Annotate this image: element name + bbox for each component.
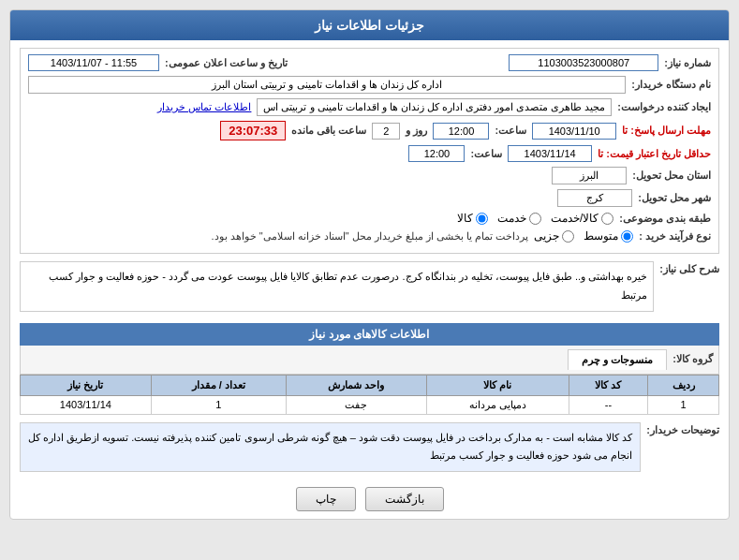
ijad-value: مجید طاهری متصدی امور دفتری اداره کل زند… — [257, 98, 612, 116]
tozih-section: توضیحات خریدار: کد کالا مشابه است - به م… — [20, 422, 719, 480]
jadval-saat-label: ساعت: — [470, 148, 502, 160]
button-row: بازگشت چاپ — [20, 487, 719, 511]
col-kod: کد کالا — [569, 375, 647, 395]
ostan-label: استان محل تحویل: — [632, 169, 711, 182]
table-row: 1--دمپایی مردانهجفت11403/11/14 — [21, 395, 719, 414]
dastgah-label: نام دستگاه خریدار: — [631, 79, 711, 91]
page-title: جزئیات اطلاعات نیاز — [315, 18, 424, 33]
mohlet-date: 1403/11/10 — [532, 123, 616, 140]
tabaqe-label-khadamat: خدمت — [497, 212, 526, 225]
kala-section: اطلاعات کالاهای مورد نیاز گروه کالا: منس… — [20, 323, 719, 415]
mohlet-remaining-label: ساعت باقی مانده — [291, 125, 366, 137]
noee-radio-group: متوسط جزیی — [534, 229, 633, 243]
main-container: جزئیات اطلاعات نیاز شماره نیاز: 11030035… — [9, 9, 730, 520]
tozih-value: کد کالا مشابه است - به مدارک برداخت در ف… — [20, 422, 641, 473]
info-section: شماره نیاز: 1103003523000807 تاریخ و ساع… — [20, 48, 719, 254]
row-ijad: ایجاد کننده درخواست: مجید طاهری متصدی ام… — [28, 98, 711, 116]
back-button[interactable]: بازگشت — [365, 487, 444, 511]
kala-header: اطلاعات کالاهای مورد نیاز — [20, 323, 719, 346]
row-shomara: شماره نیاز: 1103003523000807 تاریخ و ساع… — [28, 54, 711, 71]
tab-mansojat[interactable]: منسوجات و چرم — [568, 349, 667, 370]
print-button[interactable]: چاپ — [296, 487, 356, 511]
ostan-value: البرز — [552, 167, 627, 184]
tabaqe-option-kala-khadamat[interactable]: کالا/خدمت — [551, 212, 613, 225]
content-area: شماره نیاز: 1103003523000807 تاریخ و ساع… — [10, 40, 729, 519]
goroh-row: گروه کالا: منسوجات و چرم — [20, 346, 719, 375]
noee-label-jozi: جزیی — [534, 229, 559, 243]
jadval-saat-value: 12:00 — [408, 145, 465, 162]
noee-option-jozi[interactable]: جزیی — [534, 229, 574, 243]
tabaqe-label: طبقه بندی موضوعی: — [619, 213, 711, 225]
noee-label-motavasset: متوسط — [584, 229, 618, 243]
tabaqe-radio-group: کالا/خدمت خدمت کالا — [457, 212, 613, 225]
mohlet-label: مهلت ارسال پاسخ: تا — [622, 125, 711, 137]
shomara-label: شماره نیاز: — [664, 57, 711, 69]
tabaqe-radio-khadamat[interactable] — [529, 213, 541, 225]
tabaqe-label-kala: کالا — [457, 212, 473, 225]
noee-radio-motavasset[interactable] — [621, 230, 633, 243]
tabaqe-radio-kala[interactable] — [476, 213, 488, 225]
sharh-section: شرح کلی نیاز: خیره بهداشتی و.. طبق فایل … — [20, 261, 719, 317]
jadval-label: حداقل تاریخ اعتبار قیمت: تا — [598, 148, 711, 160]
table-cell: 1 — [151, 395, 286, 414]
tarikh-value: 1403/11/07 - 11:55 — [28, 54, 159, 71]
tabaqe-label-kala-khadamat: کالا/خدمت — [551, 212, 599, 225]
row-noee: نوع فرآیند خرید : متوسط جزیی پرداخت تمام… — [28, 229, 711, 243]
col-name: نام کالا — [426, 375, 569, 395]
row-mohlet: مهلت ارسال پاسخ: تا 1403/11/10 ساعت: 12:… — [28, 121, 711, 140]
jadval-date: 1403/11/14 — [508, 145, 592, 162]
row-ostan: استان محل تحویل: البرز — [28, 167, 711, 184]
tarikh-label: تاریخ و ساعت اعلان عمومی: — [165, 57, 288, 69]
mohlet-roz-label: روز و — [406, 125, 427, 137]
table-cell: دمپایی مردانه — [426, 395, 569, 414]
shomara-value: 1103003523000807 — [509, 54, 658, 71]
mohlet-saat-value: 12:00 — [433, 123, 489, 140]
ijad-link[interactable]: اطلاعات تماس خریدار — [157, 101, 251, 113]
col-vahed: واحد شمارش — [286, 375, 426, 395]
goroh-label: گروه کالا: — [672, 353, 713, 365]
mohlet-saat-label: ساعت: — [495, 125, 526, 137]
mohlet-roz-value: 2 — [372, 123, 400, 140]
tabaqe-option-kala[interactable]: کالا — [457, 212, 488, 225]
sharh-value: خیره بهداشتی و.. طبق فایل پیوست، تخلیه د… — [20, 261, 654, 312]
noee-label: نوع فرآیند خرید : — [639, 230, 711, 243]
mohlet-timer: 23:07:33 — [220, 121, 286, 140]
col-tedad: تعداد / مقدار — [151, 375, 286, 395]
page-header: جزئیات اطلاعات نیاز — [10, 10, 729, 40]
tozih-label: توضیحات خریدار: — [646, 422, 719, 436]
col-radif: ردیف — [648, 375, 719, 395]
ijad-label: ایجاد کننده درخواست: — [617, 101, 711, 113]
goroh-tabs: منسوجات و چرم — [568, 349, 667, 370]
table-cell: جفت — [286, 395, 426, 414]
shahr-value: کرج — [557, 189, 632, 207]
table-cell: 1403/11/14 — [21, 395, 152, 414]
sharh-label: شرح کلی نیاز: — [659, 261, 719, 275]
tabaqe-radio-kala-khadamat[interactable] — [601, 213, 613, 225]
shahr-label: شهر محل تحویل: — [638, 192, 711, 204]
table-cell: 1 — [648, 395, 719, 414]
table-cell: -- — [569, 395, 647, 414]
row-dastgah: نام دستگاه خریدار: اداره کل زندان ها و ا… — [28, 76, 711, 94]
noee-note: پرداخت تمام یا بخشی از مبلغ خریدار محل "… — [212, 230, 529, 243]
row-jadval: حداقل تاریخ اعتبار قیمت: تا 1403/11/14 س… — [28, 145, 711, 162]
kala-table: ردیف کد کالا نام کالا واحد شمارش تعداد /… — [20, 375, 719, 415]
row-tabaqe: طبقه بندی موضوعی: کالا/خدمت خدمت کالا — [28, 212, 711, 225]
dastgah-value: اداره کل زندان ها و اقدامات تامینی و ترب… — [28, 76, 626, 94]
noee-option-motavasset[interactable]: متوسط — [584, 229, 633, 243]
tabaqe-option-khadamat[interactable]: خدمت — [497, 212, 541, 225]
noee-radio-jozi[interactable] — [562, 230, 574, 243]
col-tarikh: تاریخ نیاز — [21, 375, 152, 395]
row-shahr: شهر محل تحویل: کرج — [28, 189, 711, 207]
